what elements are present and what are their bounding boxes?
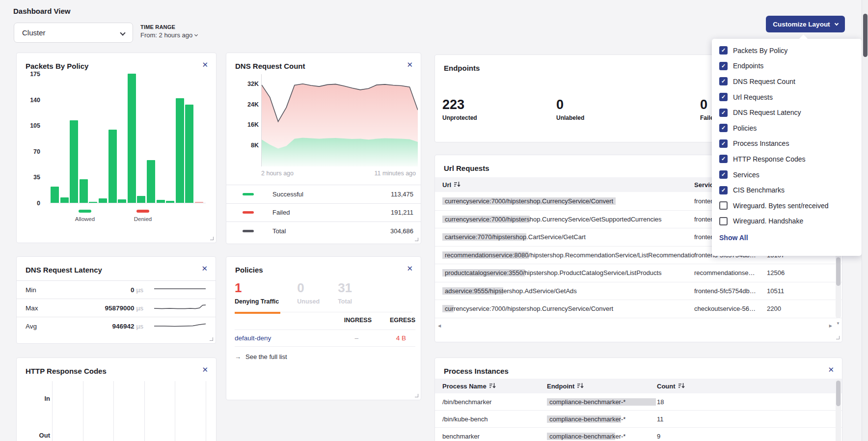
table-row[interactable]: adservice:9555/hipstershop.AdService/Get… [435, 282, 842, 301]
checkbox-checked-icon[interactable]: ✓ [719, 93, 728, 101]
menu-item-wireguard-bytes-sent-received[interactable]: Wireguard. Bytes sent/received [712, 198, 862, 214]
resize-handle[interactable] [836, 336, 840, 339]
table-row[interactable]: /bin/benchmarkercompliance-benchmarker-*… [435, 393, 842, 411]
highlighted-match: productcatalogservice:3550/ [442, 269, 525, 276]
highlighted-match: cur [442, 305, 454, 312]
column-header-url[interactable]: Url [442, 181, 694, 189]
count-cell: 9 [657, 433, 660, 440]
tab-count: 31 [338, 281, 352, 294]
column-header-process-name[interactable]: Process Name [442, 383, 547, 390]
checkbox-checked-icon[interactable]: ✓ [719, 109, 728, 117]
customize-layout-button[interactable]: Customize Layout [766, 16, 845, 32]
page-scrollbar-thumb[interactable] [863, 14, 868, 57]
close-icon[interactable]: ✕ [828, 366, 834, 373]
process-instances-card: Process Instances ✕ Process Name Endpoin… [434, 358, 842, 441]
close-icon[interactable]: ✕ [202, 366, 208, 373]
gridline [52, 381, 53, 441]
time-range-from-dropdown[interactable]: From: 2 hours ago [140, 31, 197, 39]
policy-row: default-deny – 4 B [235, 330, 415, 347]
scroll-right-arrow[interactable]: ▶ [829, 324, 832, 328]
menu-item-label: Services [733, 171, 760, 179]
menu-item-cis-benchmarks[interactable]: ✓CIS Benchmarks [712, 182, 862, 198]
bar [166, 201, 174, 203]
menu-item-packets-by-policy[interactable]: ✓Packets By Policy [712, 43, 862, 58]
customize-layout-menu: ✓Packets By Policy✓Endpoints✓DNS Request… [712, 39, 862, 256]
menu-item-process-instances[interactable]: ✓Process Instances [712, 136, 862, 152]
menu-item-label: DNS Request Latency [733, 109, 801, 116]
bar [195, 202, 203, 203]
policy-tab-unused[interactable]: 0Unused [297, 281, 320, 305]
y-tick-label: 70 [21, 148, 40, 155]
checkbox-checked-icon[interactable]: ✓ [719, 124, 728, 132]
service-cell: recommendationse… [694, 269, 767, 276]
gridline [144, 381, 145, 441]
menu-item-label: Endpoints [733, 62, 763, 70]
close-icon[interactable]: ✕ [201, 265, 208, 272]
bar [60, 197, 69, 203]
scroll-down-arrow[interactable]: ▼ [836, 321, 840, 326]
legend-value: 191,211 [391, 209, 413, 216]
highlighted-match: currencyservice:7000/hipstershop.Currenc… [442, 197, 616, 205]
bar [70, 120, 78, 203]
see-full-list-link[interactable]: → See the full list [235, 353, 287, 360]
checkbox-checked-icon[interactable]: ✓ [719, 46, 728, 55]
resize-handle[interactable] [210, 237, 214, 240]
y-tick-label: 105 [21, 122, 40, 129]
menu-item-endpoints[interactable]: ✓Endpoints [712, 58, 862, 74]
menu-item-dns-request-count[interactable]: ✓DNS Request Count [712, 74, 862, 89]
checkbox-checked-icon[interactable]: ✓ [719, 170, 728, 179]
menu-item-dns-request-latency[interactable]: ✓DNS Request Latency [712, 105, 862, 120]
table-row[interactable]: currencyservice:7000/hipstershop.Currenc… [435, 300, 842, 318]
legend-row-total: Total304,686 [226, 221, 421, 240]
sort-icon [678, 383, 685, 390]
policy-tab-denying-traffic[interactable]: 1Denying Traffic [235, 281, 279, 305]
bar [108, 130, 117, 203]
menu-item-url-requests[interactable]: ✓Url Requests [712, 89, 862, 105]
menu-item-label: Wireguard. Bytes sent/received [733, 202, 829, 210]
close-icon[interactable]: ✕ [407, 265, 413, 272]
checkbox-checked-icon[interactable]: ✓ [719, 62, 728, 70]
vertical-scrollbar[interactable] [836, 379, 841, 441]
sort-icon [454, 181, 461, 189]
view-selector-dropdown[interactable]: Cluster [14, 23, 133, 43]
process-name-cell: /bin/benchmarker [442, 398, 547, 406]
column-header-count[interactable]: Count [657, 383, 685, 390]
policy-name-link[interactable]: default-deny [235, 334, 271, 342]
checkbox-unchecked-icon[interactable] [719, 217, 728, 225]
menu-item-policies[interactable]: ✓Policies [712, 120, 862, 136]
menu-item-http-response-codes[interactable]: ✓HTTP Response Codes [712, 151, 862, 167]
page-scrollbar[interactable] [862, 0, 868, 441]
policy-tab-total[interactable]: 31Total [338, 281, 352, 305]
latency-label: Avg [26, 323, 84, 330]
table-row[interactable]: benchmarkercompliance-benchmarker-*9 [435, 428, 842, 441]
highlighted-match: compliance-benchmarker [547, 415, 621, 423]
latency-row-max: Max95879000µs [17, 299, 216, 317]
checkbox-checked-icon[interactable]: ✓ [719, 139, 728, 148]
close-icon[interactable]: ✕ [202, 61, 208, 68]
menu-item-wireguard-handshake[interactable]: Wireguard. Handshake [712, 214, 862, 229]
resize-handle[interactable] [210, 337, 213, 341]
checkbox-checked-icon[interactable]: ✓ [719, 155, 728, 163]
service-cell: checkoutservice-56… [694, 305, 767, 312]
x-axis-start: 2 hours ago [261, 170, 294, 177]
scroll-left-arrow[interactable]: ◀ [438, 324, 441, 328]
show-all-link[interactable]: Show All [719, 234, 748, 242]
checkbox-unchecked-icon[interactable] [719, 201, 728, 210]
y-category-in: In [38, 395, 50, 402]
gridline [113, 381, 114, 441]
gridline [175, 381, 175, 441]
checkbox-checked-icon[interactable]: ✓ [719, 186, 728, 194]
category-label: Denied [121, 216, 165, 222]
tab-label: Denying Traffic [235, 298, 279, 305]
checkbox-checked-icon[interactable]: ✓ [719, 77, 728, 85]
resize-handle[interactable] [415, 238, 418, 241]
resize-handle[interactable] [415, 394, 418, 397]
y-category-out: Out [38, 432, 50, 439]
menu-item-label: Policies [733, 124, 757, 132]
table-row[interactable]: /bin/kube-benchcompliance-benchmarker-*1… [435, 411, 842, 428]
table-row[interactable]: productcatalogservice:3550/hipstershop.P… [435, 264, 842, 282]
url-cell: currencyservice:7000/hipstershop.Currenc… [442, 197, 694, 205]
menu-item-services[interactable]: ✓Services [712, 167, 862, 183]
column-header-endpoint[interactable]: Endpoint [547, 383, 657, 390]
close-icon[interactable]: ✕ [407, 61, 413, 68]
